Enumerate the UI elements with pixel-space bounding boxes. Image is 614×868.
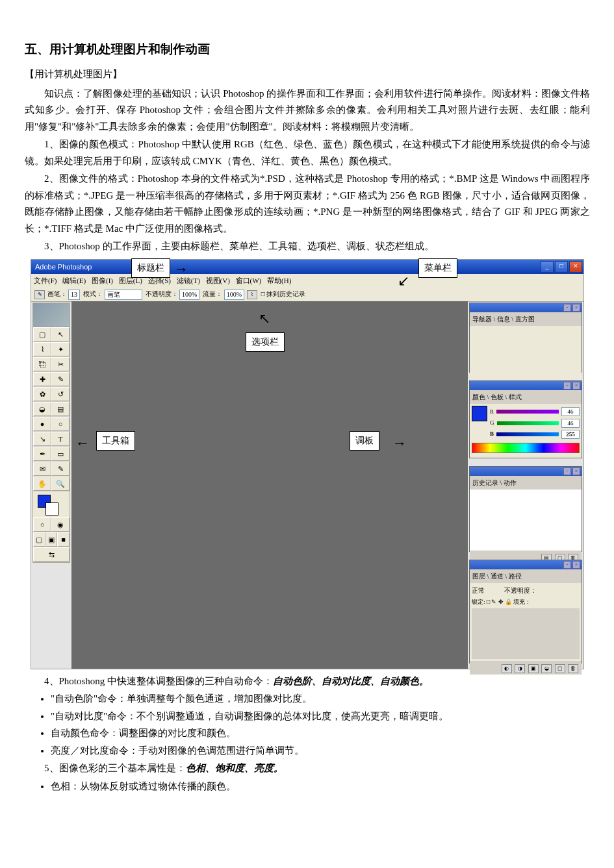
layers-tabs[interactable]: 图层 \ 通道 \ 路径 xyxy=(470,569,582,583)
mode-label: 模式： xyxy=(83,290,103,297)
spectrum-bar[interactable] xyxy=(472,443,580,453)
history-tabs[interactable]: 历史记录 \ 动作 xyxy=(470,476,582,490)
b-slider[interactable] xyxy=(496,432,559,436)
maximize-button[interactable]: □ xyxy=(555,261,568,273)
menu-file[interactable]: 文件(F) xyxy=(34,277,57,284)
navigator-panel: -× 导航器 \ 信息 \ 直方图 xyxy=(469,303,582,373)
path-tool-icon[interactable]: ↘ xyxy=(33,432,51,446)
blur-tool-icon[interactable]: ● xyxy=(33,417,51,431)
g-slider[interactable] xyxy=(497,421,559,425)
screenmode-2-icon[interactable]: ▣ xyxy=(45,532,58,547)
brush-size-input[interactable]: 13 xyxy=(68,290,80,300)
para-5: 5、图像色彩的三个基本属性是：色相、饱和度、亮度。 xyxy=(25,760,590,777)
para-4: 4、Photoshong 中快速整体调整图像的三种自动命令：自动色阶、自动对比度… xyxy=(25,673,590,690)
history-checkbox-label[interactable]: 抹到历史记录 xyxy=(266,290,305,297)
menu-window[interactable]: 窗口(W) xyxy=(236,277,262,284)
label-titlebar: 标题栏 xyxy=(131,258,170,278)
menu-edit[interactable]: 编辑(E) xyxy=(62,277,86,284)
opacity-label: 不透明度： xyxy=(504,585,537,596)
eraser-tool-icon[interactable]: ◒ xyxy=(33,402,51,416)
layer-mask-icon[interactable]: ◑ xyxy=(515,664,525,673)
screenmode-1-icon[interactable]: ▢ xyxy=(33,532,45,547)
list-item: "自动色阶"命令：单独调整每个颜色通道，增加图像对比度。 xyxy=(51,691,590,708)
layer-set-icon[interactable]: ▣ xyxy=(528,664,539,673)
menu-layer[interactable]: 图层(L) xyxy=(119,277,142,284)
crop-tool-icon[interactable]: ⿻ xyxy=(33,357,51,371)
lasso-tool-icon[interactable]: ⌇ xyxy=(33,342,51,356)
history-brush-icon[interactable]: ↺ xyxy=(51,387,70,401)
menu-view[interactable]: 视图(V) xyxy=(206,277,230,284)
quickmask-off-icon[interactable]: ○ xyxy=(33,517,51,532)
arrow-icon: → xyxy=(392,431,407,455)
shape-tool-icon[interactable]: ▭ xyxy=(51,447,70,461)
panel-close-icon[interactable]: × xyxy=(572,467,580,475)
layers-panel: -× 图层 \ 通道 \ 路径 正常 不透明度： 锁定: □ ✎ ✥ 🔒 填充：… xyxy=(469,560,582,663)
menu-image[interactable]: 图像(I) xyxy=(92,277,113,284)
gradient-tool-icon[interactable]: ▤ xyxy=(51,402,70,416)
opacity-input[interactable]: 100% xyxy=(179,290,199,300)
arrow-icon: ↙ xyxy=(398,269,409,293)
blend-mode-select[interactable]: 正常 xyxy=(472,585,502,596)
menu-select[interactable]: 选择(S) xyxy=(148,277,171,284)
screenmode-3-icon[interactable]: ■ xyxy=(57,532,70,547)
layer-style-icon[interactable]: ◐ xyxy=(502,664,512,673)
navigator-tabs[interactable]: 导航器 \ 信息 \ 直方图 xyxy=(470,312,582,326)
para-1: 1、图像的颜色模式：Photoshop 中默认使用 RGB（红色、绿色、蓝色）颜… xyxy=(25,136,590,169)
heal-tool-icon[interactable]: ✚ xyxy=(33,372,51,386)
tool-preset-icon[interactable]: ✎ xyxy=(34,290,45,299)
close-button[interactable]: × xyxy=(569,261,582,273)
brush-tool-icon[interactable]: ✎ xyxy=(51,372,70,386)
bullets-4: "自动色阶"命令：单独调整每个颜色通道，增加图像对比度。 "自动对比度"命令：不… xyxy=(51,691,590,759)
panel-close-icon[interactable]: × xyxy=(572,304,580,312)
brush-label: 画笔： xyxy=(47,290,67,297)
move-tool-icon[interactable]: ↖ xyxy=(51,327,70,341)
opacity-label: 不透明度： xyxy=(146,290,178,297)
type-tool-icon[interactable]: T xyxy=(51,432,70,446)
panel-min-icon[interactable]: - xyxy=(563,561,571,569)
canvas-area[interactable] xyxy=(71,301,468,669)
panel-close-icon[interactable]: × xyxy=(572,382,580,390)
adjustment-layer-icon[interactable]: ◒ xyxy=(541,664,552,673)
airbrush-icon[interactable]: ⌇ xyxy=(247,290,257,299)
marquee-tool-icon[interactable]: ▢ xyxy=(33,327,51,341)
g-label: G xyxy=(490,418,494,428)
arrow-icon: → xyxy=(174,257,188,281)
r-value[interactable]: 46 xyxy=(561,407,580,416)
new-layer-icon[interactable]: ▢ xyxy=(555,664,565,673)
toolbox: ▢↖ ⌇✦ ⿻✂ ✚✎ ✿↺ ◒▤ ●○ ↘T ✒▭ ✉✎ ✋🔍 ○◉ ▢▣■ … xyxy=(32,303,70,563)
color-panel: -× 颜色 \ 色板 \ 样式 R46 G46 B255 xyxy=(469,380,582,458)
zoom-tool-icon[interactable]: 🔍 xyxy=(51,477,70,491)
pen-tool-icon[interactable]: ✒ xyxy=(33,447,51,461)
options-bar: ✎ 画笔： 13 模式： 画笔 不透明度： 100% 流量： 100% ⌇ □ … xyxy=(31,287,583,302)
mode-select[interactable]: 画笔 xyxy=(105,290,142,300)
stamp-tool-icon[interactable]: ✿ xyxy=(33,387,51,401)
color-tabs[interactable]: 颜色 \ 色板 \ 样式 xyxy=(470,390,582,404)
notes-tool-icon[interactable]: ✉ xyxy=(33,462,51,476)
panel-min-icon[interactable]: - xyxy=(563,382,571,390)
r-label: R xyxy=(490,407,494,417)
hand-tool-icon[interactable]: ✋ xyxy=(33,477,51,491)
eyedropper-tool-icon[interactable]: ✎ xyxy=(51,462,70,476)
label-toolbox: 工具箱 xyxy=(96,431,135,451)
color-swatch[interactable] xyxy=(472,406,487,421)
lock-row: 锁定: □ ✎ ✥ 🔒 填充： xyxy=(472,597,580,607)
background-swatch[interactable] xyxy=(45,502,58,515)
wand-tool-icon[interactable]: ✦ xyxy=(51,342,70,356)
b-value[interactable]: 255 xyxy=(561,430,580,439)
panel-min-icon[interactable]: - xyxy=(563,467,571,475)
dodge-tool-icon[interactable]: ○ xyxy=(51,417,70,431)
intro-para: 知识点：了解图像处理的基础知识；认识 Photoshop 的操作界面和工作界面；… xyxy=(25,86,590,136)
slice-tool-icon[interactable]: ✂ xyxy=(51,357,70,371)
flow-label: 流量： xyxy=(203,290,222,297)
minimize-button[interactable]: _ xyxy=(541,261,554,273)
menu-help[interactable]: 帮助(H) xyxy=(267,277,291,284)
panel-min-icon[interactable]: - xyxy=(563,304,571,312)
g-value[interactable]: 46 xyxy=(561,419,580,428)
delete-layer-icon[interactable]: 🗑 xyxy=(568,664,578,673)
flow-input[interactable]: 100% xyxy=(224,290,244,300)
r-slider[interactable] xyxy=(496,410,559,414)
panel-close-icon[interactable]: × xyxy=(572,561,580,569)
quickmask-on-icon[interactable]: ◉ xyxy=(51,517,70,532)
history-panel: -× 历史记录 \ 动作 ▤ ▢ 🗑 xyxy=(469,466,582,552)
imageready-icon[interactable]: ⇆ xyxy=(33,547,70,562)
